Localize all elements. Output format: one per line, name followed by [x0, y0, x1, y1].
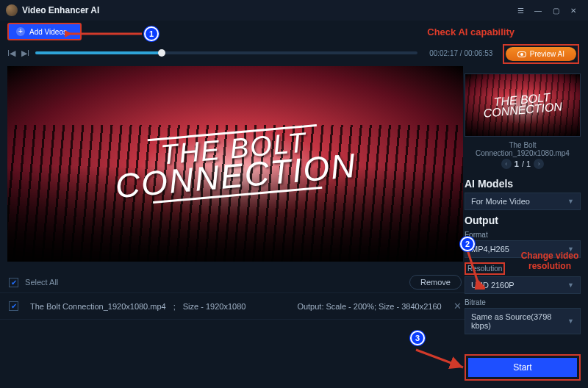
file-row-checkbox[interactable]: ✔: [9, 301, 18, 311]
thumb-prev-icon[interactable]: ‹: [501, 159, 512, 169]
annotation-change-res: Change video resolution: [516, 251, 584, 272]
file-list-header: ✔ Select All Remove: [0, 269, 470, 295]
format-label: Format: [465, 231, 581, 239]
resolution-label: Resolution: [465, 262, 505, 275]
file-name: The Bolt Connection_1920x1080.mp4: [30, 302, 166, 311]
titlebar: Video Enhancer AI ☰ — ▢ ✕: [0, 0, 588, 21]
thumbnail[interactable]: THE BOLTCONNECTION: [465, 73, 581, 137]
output-heading: Output: [465, 215, 581, 226]
bitrate-label: Bitrate: [465, 298, 581, 306]
video-poster: THE BOLT CONNECTION: [7, 66, 463, 262]
annotation-arrow-3: [412, 345, 470, 375]
timeline-slider[interactable]: [35, 51, 417, 54]
thumb-total: / 1: [522, 159, 531, 168]
file-row-close-icon[interactable]: ✕: [453, 301, 462, 312]
prev-frame-icon[interactable]: I◀: [7, 48, 15, 58]
video-preview[interactable]: THE BOLT CONNECTION: [7, 66, 463, 262]
chevron-down-icon: ▼: [567, 281, 574, 289]
timeline-handle[interactable]: [158, 49, 165, 57]
plus-icon: +: [16, 27, 25, 36]
resolution-select[interactable]: UHD 2160P▼: [465, 276, 581, 294]
app-title: Video Enhancer AI: [22, 5, 99, 15]
svg-line-2: [416, 350, 463, 367]
settings-panel: THE BOLTCONNECTION The Bolt Connection_1…: [465, 73, 581, 334]
annotation-number-1: 1: [144, 26, 159, 41]
annotation-check-ai: Check AI capability: [427, 26, 514, 37]
start-highlight: Start: [465, 354, 581, 381]
thumb-filename: The Bolt Connection_1920x1080.mp4: [465, 137, 581, 157]
next-frame-icon[interactable]: ▶I: [21, 48, 29, 58]
file-size: Size - 1920x1080: [183, 302, 246, 311]
ai-models-heading: AI Models: [465, 178, 581, 190]
chevron-down-icon: ▼: [567, 198, 574, 205]
thumb-next-icon[interactable]: ›: [534, 159, 544, 169]
select-all-label: Select All: [25, 278, 58, 287]
close-icon[interactable]: ✕: [564, 2, 582, 18]
poster-title: THE BOLT CONNECTION: [112, 119, 359, 209]
preview-ai-highlight: Preview AI: [503, 44, 579, 64]
eye-icon: [517, 51, 526, 57]
preview-ai-button[interactable]: Preview AI: [506, 47, 576, 61]
playback-bar: I◀ ▶I 00:02:17 / 00:06:53: [0, 43, 588, 63]
minimize-icon[interactable]: —: [529, 2, 547, 18]
add-videos-label: Add Videos...: [29, 28, 73, 36]
thumb-index: 1: [514, 159, 519, 168]
time-counter: 00:02:17 / 00:06:53: [429, 49, 492, 57]
timeline-progress: [35, 51, 162, 54]
annotation-number-3: 3: [410, 331, 425, 345]
maximize-icon[interactable]: ▢: [547, 2, 564, 18]
ai-model-select[interactable]: For Movie Video▼: [465, 193, 581, 210]
remove-button[interactable]: Remove: [409, 275, 462, 290]
annotation-number-2: 2: [460, 237, 475, 251]
file-output: Output: Scale - 200%; Size - 3840x2160: [297, 302, 441, 311]
theme-toggle-icon[interactable]: ☰: [512, 2, 529, 18]
chevron-down-icon: ▼: [567, 317, 574, 325]
start-button[interactable]: Start: [468, 358, 577, 377]
app-logo: [6, 4, 18, 16]
add-videos-button[interactable]: + Add Videos...: [7, 23, 82, 40]
file-row[interactable]: ✔ The Bolt Connection_1920x1080.mp4; Siz…: [0, 292, 470, 320]
bitrate-select[interactable]: Same as Source(3798 kbps)▼: [465, 308, 581, 334]
select-all-checkbox[interactable]: ✔: [9, 278, 18, 287]
